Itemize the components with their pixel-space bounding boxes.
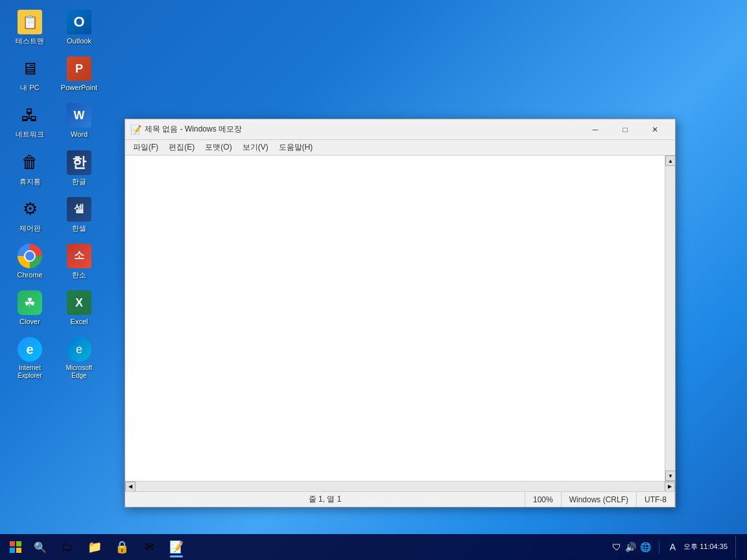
speaker-icon[interactable]: 🔊 <box>625 542 636 552</box>
desktop-icons: 📋 테스트맨 O Outlook 🖥 내 PC P <box>6 6 102 382</box>
svg-rect-3 <box>16 548 21 553</box>
desktop-icon-edge[interactable]: e MicrosoftEdge <box>56 334 102 382</box>
notepad-textarea[interactable] <box>125 156 665 481</box>
icon-label-testman: 테스트맨 <box>16 37 44 45</box>
icon-label-hansel: 한셀 <box>72 224 86 233</box>
desktop-icon-testman[interactable]: 📋 테스트맨 <box>6 6 53 48</box>
notepad-menubar: 파일(F) 편집(E) 포맷(O) 보기(V) 도움말(H) <box>125 140 675 156</box>
icon-label-hangeul: 한글 <box>72 178 86 186</box>
folder-icon: 📁 <box>88 540 102 554</box>
clock[interactable]: 오후 11:04:35 <box>683 542 728 552</box>
lock-icon: 🔒 <box>115 540 129 554</box>
minimize-button[interactable]: ─ <box>580 119 610 140</box>
icon-label-clover: Clover <box>19 318 40 326</box>
icon-label-word: Word <box>71 130 88 139</box>
icon-label-chrome: Chrome <box>17 271 42 279</box>
desktop-icon-word[interactable]: W Word <box>56 100 102 141</box>
desktop-icon-network[interactable]: 🖧 네트워크 <box>6 100 53 141</box>
notepad-taskbar-icon: 📝 <box>169 540 184 554</box>
desktop-icon-control[interactable]: ⚙ 제어판 <box>6 194 53 235</box>
menu-edit[interactable]: 편집(E) <box>163 141 200 154</box>
taskbar: 🔍 🗂 📁 🔒 ✉ 📝 🛡 🔊 🌐 <box>0 534 747 560</box>
menu-file[interactable]: 파일(F) <box>128 141 163 154</box>
taskbar-app-explorer[interactable]: 🗂 <box>54 535 80 559</box>
status-position-text: 줄 1, 열 1 <box>309 494 342 505</box>
scroll-track[interactable] <box>665 166 675 471</box>
icon-label-mypc: 내 PC <box>20 84 39 92</box>
language-indicator[interactable]: A <box>667 542 678 552</box>
icon-label-network: 네트워크 <box>16 130 44 139</box>
shield-icon[interactable]: 🛡 <box>612 542 621 552</box>
tray-icons: 🛡 🔊 🌐 <box>612 542 651 552</box>
start-button[interactable] <box>3 535 29 559</box>
icon-label-edge: MicrosoftEdge <box>66 364 93 380</box>
icon-label-outlook: Outlook <box>67 37 91 45</box>
desktop-icon-powerpoint[interactable]: P PowerPoint <box>56 53 102 95</box>
desktop-icon-clover[interactable]: ☘ Clover <box>6 287 53 329</box>
desktop-icon-recycle[interactable]: 🗑 휴지통 <box>6 147 53 189</box>
status-encoding: UTF-8 <box>637 492 675 507</box>
vertical-scrollbar[interactable]: ▲ ▼ <box>665 156 675 481</box>
show-desktop-button[interactable] <box>735 535 739 559</box>
icon-label-hanso: 한소 <box>72 271 86 279</box>
close-button[interactable]: ✕ <box>640 119 670 140</box>
icon-label-ie: InternetExplorer <box>18 364 42 380</box>
notepad-icon: 📝 <box>130 124 141 135</box>
desktop-icon-excel[interactable]: X Excel <box>56 287 102 329</box>
search-button[interactable]: 🔍 <box>29 535 52 559</box>
scroll-right-button[interactable]: ▶ <box>665 482 675 492</box>
network-icon[interactable]: 🌐 <box>640 542 651 552</box>
menu-help[interactable]: 도움말(H) <box>274 141 318 154</box>
scroll-down-button[interactable]: ▼ <box>665 471 675 481</box>
icon-label-control: 제어판 <box>19 224 41 233</box>
mail-icon: ✉ <box>145 540 154 554</box>
status-position: 줄 1, 열 1 <box>125 492 525 507</box>
taskbar-app-folder[interactable]: 📁 <box>82 535 108 559</box>
notepad-content: ▲ ▼ <box>125 156 675 481</box>
notepad-titlebar[interactable]: 📝 제목 없음 - Windows 메모장 ─ □ ✕ <box>125 119 675 140</box>
desktop-icon-hansel[interactable]: 셀 한셀 <box>56 194 102 235</box>
menu-format[interactable]: 포맷(O) <box>200 141 237 154</box>
window-controls: ─ □ ✕ <box>580 119 670 140</box>
svg-rect-0 <box>10 541 15 546</box>
status-line-ending-text: Windows (CRLF) <box>569 495 628 504</box>
horizontal-scrollbar[interactable]: ◀ ▶ <box>125 481 675 491</box>
desktop-icon-chrome[interactable]: Chrome <box>6 240 53 282</box>
notepad-statusbar: 줄 1, 열 1 100% Windows (CRLF) UTF-8 <box>125 491 675 507</box>
tray-divider <box>659 541 659 554</box>
taskbar-app-lock[interactable]: 🔒 <box>109 535 135 559</box>
desktop-icon-outlook[interactable]: O Outlook <box>56 6 102 48</box>
scroll-up-button[interactable]: ▲ <box>665 156 675 166</box>
icon-label-recycle: 휴지통 <box>19 178 41 186</box>
status-zoom-text: 100% <box>533 495 553 504</box>
desktop-icon-mypc[interactable]: 🖥 내 PC <box>6 53 53 95</box>
desktop-icon-hangeul[interactable]: 한 한글 <box>56 147 102 189</box>
icon-label-excel: Excel <box>71 318 88 326</box>
menu-view[interactable]: 보기(V) <box>237 141 274 154</box>
scroll-left-button[interactable]: ◀ <box>125 482 136 492</box>
svg-rect-2 <box>10 548 15 553</box>
icon-label-powerpoint: PowerPoint <box>61 84 97 92</box>
status-encoding-text: UTF-8 <box>645 495 667 504</box>
time-display: 오후 11:04:35 <box>683 542 728 552</box>
explorer-icon: 🗂 <box>62 541 73 554</box>
status-line-ending: Windows (CRLF) <box>562 492 637 507</box>
desktop-icon-hanso[interactable]: 소 한소 <box>56 240 102 282</box>
status-zoom: 100% <box>525 492 562 507</box>
taskbar-apps: 🗂 📁 🔒 ✉ 📝 <box>54 535 189 559</box>
taskbar-app-notepad[interactable]: 📝 <box>163 535 189 559</box>
search-icon: 🔍 <box>34 541 47 554</box>
lang-text: A <box>670 542 676 552</box>
taskbar-right: 🛡 🔊 🌐 A 오후 11:04:35 <box>612 535 744 559</box>
notepad-window: 📝 제목 없음 - Windows 메모장 ─ □ ✕ 파일(F) 편집(E) … <box>124 119 676 508</box>
svg-rect-1 <box>16 541 21 546</box>
notepad-title: 제목 없음 - Windows 메모장 <box>145 124 580 135</box>
hscroll-track[interactable] <box>136 482 665 492</box>
taskbar-app-mail[interactable]: ✉ <box>136 535 162 559</box>
desktop-icon-ie[interactable]: e InternetExplorer <box>6 334 53 382</box>
maximize-button[interactable]: □ <box>610 119 640 140</box>
desktop: 📋 테스트맨 O Outlook 🖥 내 PC P <box>0 0 747 560</box>
